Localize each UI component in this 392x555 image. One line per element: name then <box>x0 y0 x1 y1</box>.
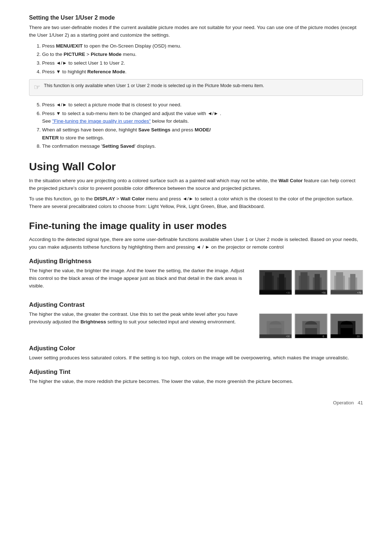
wall-color-bold2a: DISPLAY <box>94 196 115 201</box>
brightness-img-1: +30 <box>259 270 292 295</box>
brightness-para: The higher the value, the brighter the i… <box>29 267 248 290</box>
svg-text:+70: +70 <box>357 291 362 294</box>
contrast-img-3: -30 <box>330 314 363 338</box>
contrast-para: The higher the value, the greater the co… <box>29 311 248 326</box>
step7-key1: Save Settings <box>138 127 171 132</box>
setting-intro: There are two user-definable modes if th… <box>29 24 363 39</box>
note-text: This function is only available when Use… <box>44 82 264 89</box>
svg-text:+50: +50 <box>322 291 326 294</box>
step4-key: Reference Mode <box>87 69 125 74</box>
svg-text:+30: +30 <box>286 335 290 338</box>
contrast-img-2: 0 <box>295 314 327 338</box>
wall-color-para1: In the situation where you are projectin… <box>29 177 363 192</box>
setting-section: Setting the User 1/User 2 mode There are… <box>29 15 363 150</box>
wall-color-section: Using Wall Color In the situation where … <box>29 160 363 211</box>
contrast-svg-3: -30 <box>330 314 363 338</box>
fine-tuning-title: Fine-tuning the image quality in user mo… <box>29 220 363 232</box>
step-2: Go to the PICTURE > Picture Mode menu. <box>42 50 363 58</box>
svg-text:-30: -30 <box>356 335 360 338</box>
color-title: Adjusting Color <box>29 345 363 352</box>
step2-key1: PICTURE <box>64 52 85 57</box>
step-1: Press MENU/EXIT to open the On-Screen Di… <box>42 42 363 50</box>
contrast-img-1: +30 <box>259 314 292 338</box>
svg-rect-28 <box>270 325 282 328</box>
contrast-svg-1: +30 <box>259 314 292 338</box>
step8-key: Setting Saved <box>102 143 134 149</box>
step-5: Press ◄/► to select a picture mode that … <box>42 101 363 109</box>
contrast-text: The higher the value, the greater the co… <box>29 311 248 338</box>
wall-color-para2: To use this function, go to the DISPLAY … <box>29 195 363 211</box>
step3-arrow: ◄/► <box>56 60 67 66</box>
color-para: Lower setting produces less saturated co… <box>29 354 363 362</box>
contrast-svg-2: 0 <box>295 314 327 338</box>
footer-label: Operation <box>333 400 354 405</box>
contrast-bold: Brightness <box>81 319 106 325</box>
svg-rect-20 <box>350 274 356 292</box>
svg-rect-35 <box>305 325 317 328</box>
step7-key2: MODE/ENTER <box>42 127 211 140</box>
svg-rect-36 <box>295 335 327 338</box>
setting-steps-list-2: Press ◄/► to select a picture mode that … <box>42 101 363 150</box>
brightness-img-3: +70 <box>330 270 363 295</box>
svg-text:+30: +30 <box>286 291 290 294</box>
step-7: When all settings have been done, highli… <box>42 126 363 142</box>
step-4: Press ▼ to highlight Reference Mode. <box>42 68 363 76</box>
step5-arrow: ◄/► <box>56 102 67 107</box>
svg-rect-4 <box>279 274 285 292</box>
wall-color-symbol: ◄/► <box>183 196 193 201</box>
svg-rect-18 <box>336 272 343 291</box>
note-icon: ☞ <box>34 82 40 93</box>
brightness-img-2: +50 <box>295 270 327 295</box>
step6-arrow1: ▼ <box>56 111 61 116</box>
wall-color-bold1: Wall Color <box>278 178 302 183</box>
wall-color-bold2b: Wall Color <box>121 196 144 201</box>
svg-text:0: 0 <box>323 335 324 338</box>
step2-key2: Picture Mode <box>91 52 122 57</box>
svg-rect-10 <box>301 272 307 291</box>
brightness-title: Adjusting Brightness <box>29 258 363 265</box>
svg-rect-42 <box>341 325 353 328</box>
contrast-title: Adjusting Contrast <box>29 301 363 309</box>
brightness-svg-3: +70 <box>330 270 363 295</box>
fine-tuning-symbol: ◄ / ► <box>196 244 210 250</box>
wall-color-title: Using Wall Color <box>29 160 363 173</box>
svg-rect-2 <box>265 272 272 291</box>
brightness-svg-2: +50 <box>295 270 327 295</box>
note-box: ☞ This function is only available when U… <box>29 79 363 96</box>
fine-tuning-intro: According to the detected signal type, t… <box>29 236 363 251</box>
contrast-images: +30 0 <box>259 314 363 338</box>
contrast-content: The higher the value, the greater the co… <box>29 311 363 338</box>
page-footer: Operation 41 <box>29 400 363 405</box>
brightness-svg-1: +30 <box>259 270 292 295</box>
step6-arrow2: ◄/► <box>207 111 218 116</box>
step-6: Press ▼ to select a sub-menu item to be … <box>42 110 363 125</box>
tint-para: The higher the value, the more reddish t… <box>29 378 363 385</box>
step4-arrow: ▼ <box>56 69 61 74</box>
step-8: The confirmation message 'Setting Saved'… <box>42 142 363 150</box>
setting-title: Setting the User 1/User 2 mode <box>29 15 363 21</box>
fine-tuning-section: Fine-tuning the image quality in user mo… <box>29 220 363 385</box>
brightness-content: The higher the value, the brighter the i… <box>29 267 363 295</box>
footer-page: 41 <box>358 400 363 405</box>
setting-steps-list: Press MENU/EXIT to open the On-Screen Di… <box>42 42 363 76</box>
brightness-images: +30 +50 <box>259 270 363 295</box>
step1-key: MENU/EXIT <box>56 43 83 49</box>
step-3: Press ◄/► to select User 1 to User 2. <box>42 59 363 67</box>
step6-link[interactable]: "Fine-tuning the image quality in user m… <box>52 118 151 124</box>
svg-rect-12 <box>315 274 320 292</box>
tint-title: Adjusting Tint <box>29 368 363 376</box>
brightness-text: The higher the value, the brighter the i… <box>29 267 248 295</box>
